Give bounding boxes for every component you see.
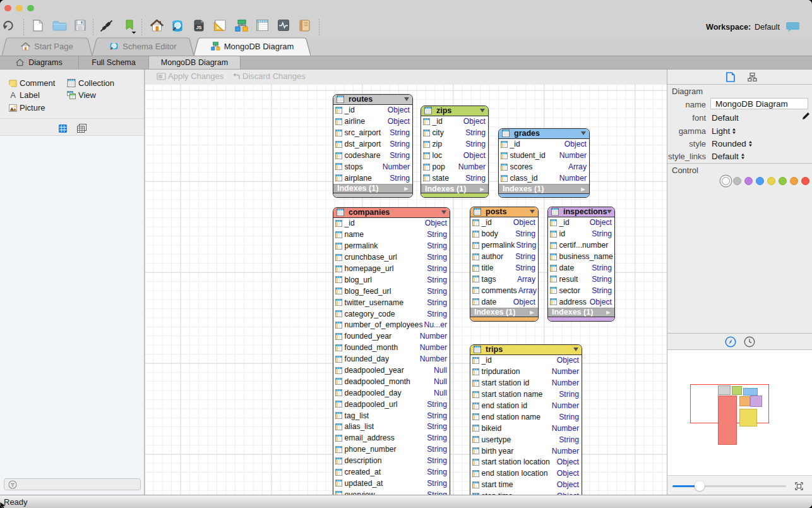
- svg-text:JS: JS: [196, 25, 201, 30]
- svg-text:A: A: [10, 91, 16, 99]
